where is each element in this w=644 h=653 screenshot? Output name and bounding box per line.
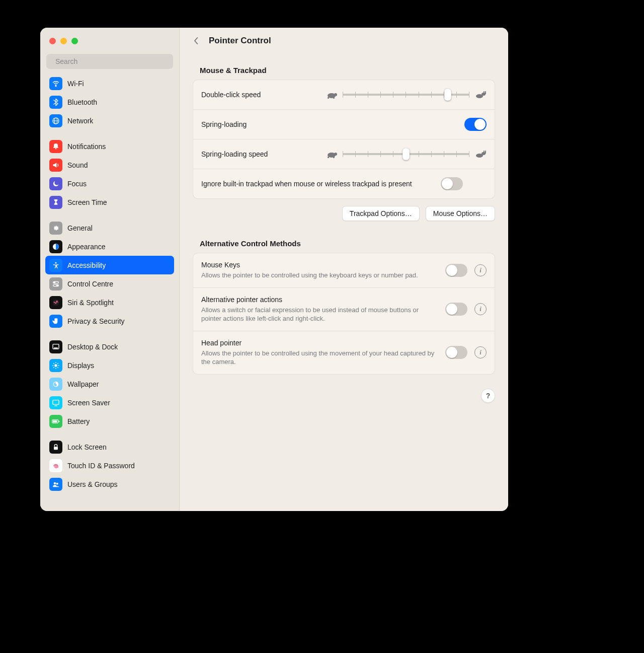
alt-method-description: Allows a switch or facial expression to … — [201, 306, 437, 323]
search-field[interactable] — [46, 54, 173, 69]
sidebar-item-notifications[interactable]: Notifications — [45, 137, 174, 156]
sidebar-item-focus[interactable]: Focus — [45, 174, 174, 193]
info-icon[interactable]: i — [474, 303, 487, 315]
settings-window: Wi-FiBluetoothNetworkNotificationsSoundF… — [40, 28, 508, 511]
gear-icon — [49, 222, 62, 235]
svg-point-34 — [334, 93, 337, 96]
svg-rect-25 — [53, 400, 59, 404]
sidebar-list[interactable]: Wi-FiBluetoothNetworkNotificationsSoundF… — [40, 74, 179, 511]
sidebar-item-label: Screen Saver — [67, 399, 110, 407]
sidebar-item-wi-fi[interactable]: Wi-Fi — [45, 74, 174, 93]
sidebar-item-label: Battery — [67, 417, 90, 425]
sidebar-item-wallpaper[interactable]: Wallpaper — [45, 375, 174, 393]
panel-mouse-trackpad: Double-click speed — [193, 80, 495, 199]
sidebar-item-touch-id-password[interactable]: Touch ID & Password — [45, 456, 174, 475]
alt-method-label: Alternative pointer actions — [201, 296, 437, 304]
sidebar-item-displays[interactable]: Displays — [45, 356, 174, 375]
sidebar-item-label: Appearance — [67, 243, 106, 251]
window-close-button[interactable] — [49, 38, 56, 44]
ignore-trackpad-toggle[interactable] — [441, 177, 463, 190]
sidebar-item-label: Lock Screen — [67, 443, 107, 451]
svg-point-42 — [334, 153, 337, 156]
bell-icon — [49, 140, 62, 153]
trackpad-options-button[interactable]: Trackpad Options… — [342, 206, 420, 221]
sidebar-item-lock-screen[interactable]: Lock Screen — [45, 438, 174, 456]
battery-icon — [49, 415, 62, 428]
svg-point-7 — [55, 262, 57, 263]
sidebar-item-bluetooth[interactable]: Bluetooth — [45, 93, 174, 111]
help-button[interactable]: ? — [481, 389, 495, 403]
mouse-options-button[interactable]: Mouse Options… — [426, 206, 495, 221]
svg-line-22 — [53, 367, 54, 368]
alt-method-description: Allows the pointer to be controlled usin… — [201, 271, 437, 280]
svg-point-32 — [56, 482, 58, 484]
speaker-icon — [49, 159, 62, 172]
svg-rect-48 — [485, 151, 486, 154]
rabbit-icon — [474, 150, 487, 158]
back-button[interactable] — [191, 35, 202, 46]
double-click-speed-label: Double-click speed — [201, 91, 317, 99]
hourglass-icon — [49, 196, 62, 209]
svg-rect-43 — [328, 157, 329, 158]
info-icon[interactable]: i — [474, 346, 487, 358]
svg-line-21 — [57, 367, 58, 368]
svg-point-31 — [54, 482, 56, 484]
rabbit-icon — [474, 91, 487, 99]
svg-rect-14 — [54, 347, 58, 348]
sidebar-item-label: Bluetooth — [67, 98, 97, 106]
svg-point-15 — [54, 364, 57, 367]
sidebar-item-label: Users & Groups — [67, 480, 118, 488]
sidebar-item-desktop-dock[interactable]: Desktop & Dock — [45, 337, 174, 356]
window-minimize-button[interactable] — [60, 38, 67, 44]
spring-loading-label: Spring-loading — [201, 120, 456, 128]
main-panel: Pointer Control Mouse & Trackpad Double-… — [180, 28, 508, 511]
sidebar-item-screen-time[interactable]: Screen Time — [45, 193, 174, 211]
search-input[interactable] — [54, 57, 169, 66]
window-zoom-button[interactable] — [71, 38, 78, 44]
main-header: Pointer Control — [180, 28, 508, 54]
sidebar-item-control-centre[interactable]: Control Centre — [45, 274, 174, 293]
sidebar-item-label: Wi-Fi — [67, 80, 84, 88]
spring-loading-speed-slider[interactable] — [326, 150, 487, 158]
sidebar-item-network[interactable]: Network — [45, 111, 174, 130]
sidebar-item-general[interactable]: General — [45, 219, 174, 237]
alt-method-toggle[interactable] — [445, 346, 467, 359]
screensaver-icon — [49, 396, 62, 409]
svg-rect-44 — [333, 157, 335, 158]
users-icon — [49, 478, 62, 491]
siri-icon — [49, 296, 62, 309]
ignore-trackpad-label: Ignore built-in trackpad when mouse or w… — [201, 180, 433, 188]
svg-point-10 — [54, 281, 55, 282]
display-icon — [49, 359, 62, 372]
sidebar-item-battery[interactable]: Battery — [45, 412, 174, 430]
sidebar-item-label: Desktop & Dock — [67, 343, 118, 351]
svg-rect-29 — [53, 420, 57, 422]
sidebar-item-users-groups[interactable]: Users & Groups — [45, 475, 174, 493]
controlcentre-icon — [49, 277, 62, 291]
alt-method-toggle[interactable] — [445, 303, 467, 316]
alt-method-label: Head pointer — [201, 339, 437, 347]
row-spring-loading-speed: Spring-loading speed — [193, 139, 495, 169]
touchid-icon — [49, 459, 62, 472]
sidebar-item-label: Screen Time — [67, 198, 107, 206]
sidebar-item-sound[interactable]: Sound — [45, 156, 174, 174]
sidebar-item-label: Control Centre — [67, 280, 113, 288]
sidebar-item-label: Sound — [67, 161, 88, 169]
spring-loading-toggle[interactable] — [464, 118, 487, 131]
alt-method-toggle[interactable] — [445, 264, 467, 277]
sidebar-item-screen-saver[interactable]: Screen Saver — [45, 393, 174, 412]
window-titlebar — [40, 28, 179, 54]
turtle-icon — [326, 150, 338, 158]
sidebar-item-privacy-security[interactable]: Privacy & Security — [45, 312, 174, 330]
sidebar-item-appearance[interactable]: Appearance — [45, 237, 174, 256]
svg-rect-5 — [55, 148, 57, 149]
svg-point-2 — [55, 85, 56, 86]
dock-icon — [49, 340, 62, 353]
sidebar-item-label: Siri & Spotlight — [67, 299, 114, 307]
double-click-speed-slider[interactable] — [326, 91, 487, 99]
info-icon[interactable]: i — [474, 264, 487, 276]
sidebar-item-accessibility[interactable]: Accessibility — [45, 256, 174, 274]
sidebar-item-label: Wallpaper — [67, 380, 99, 388]
sidebar-item-siri-spotlight[interactable]: Siri & Spotlight — [45, 293, 174, 312]
svg-rect-28 — [59, 420, 60, 421]
